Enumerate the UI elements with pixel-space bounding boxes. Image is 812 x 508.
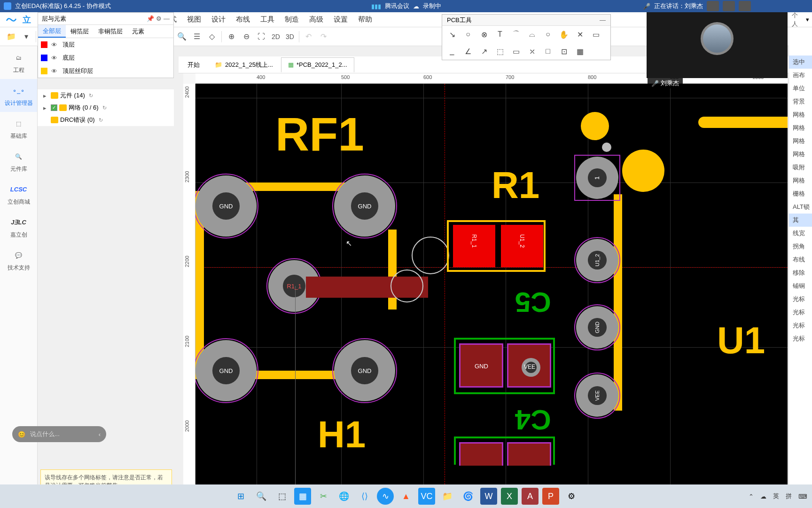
zoom-fit-icon[interactable]: ⛶ (254, 29, 269, 44)
view-2d[interactable]: 2D (269, 33, 283, 40)
minimize-icon[interactable]: — (600, 16, 606, 24)
layer-tab-all[interactable]: 全部层 (38, 25, 66, 38)
via[interactable] (581, 112, 609, 140)
trace[interactable] (614, 194, 622, 411)
right-item[interactable]: 网格 (789, 148, 812, 161)
start-button[interactable]: ⊞ (232, 488, 249, 505)
layer-tab-elements[interactable]: 元素 (127, 25, 149, 38)
sidebar-item-componentlib[interactable]: 🔍 元件库 (0, 145, 37, 178)
menu-view[interactable]: 视图 (187, 15, 201, 24)
pcb-canvas[interactable]: RF1 R1 U1 H1 C5 C4 GND GND GND GND R1_1 (195, 84, 788, 494)
image-tool-icon[interactable]: ▭ (590, 28, 602, 40)
menu-fab[interactable]: 制造 (285, 15, 299, 24)
rect-tool-icon[interactable]: ▭ (510, 45, 522, 57)
pad-gnd1[interactable]: GND (195, 175, 257, 237)
tray-onedrive-icon[interactable]: ☁ (760, 493, 766, 500)
tray-keyboard-icon[interactable]: ⌨ (798, 493, 807, 500)
tab-file2[interactable]: ▦ *PCB_2022_1_2... (281, 57, 354, 72)
ime-lang[interactable]: 英 (773, 492, 779, 500)
app-excel[interactable]: X (501, 488, 518, 505)
app-edge[interactable]: 🌀 (460, 488, 476, 505)
app-word[interactable]: W (480, 488, 497, 505)
right-item[interactable]: 画布 (789, 69, 812, 82)
right-item[interactable]: 铺铜 (789, 279, 812, 293)
video-overlay[interactable]: 🎤 刘乘杰 (647, 12, 788, 78)
app-wps[interactable]: ▦ (294, 488, 311, 505)
eda-logo[interactable] (0, 12, 23, 27)
smd-pad-gnd[interactable]: GND (459, 343, 503, 388)
connect-tool-icon[interactable]: ⤫ (526, 45, 538, 57)
right-item[interactable]: 网格 (789, 108, 812, 121)
board-outline-icon[interactable]: □ (542, 45, 554, 57)
app-eda[interactable]: ∿ (377, 488, 394, 505)
trace[interactable] (245, 183, 348, 191)
folder-icon[interactable]: 📁 (4, 29, 19, 44)
app-meeting[interactable]: VC (418, 488, 435, 505)
menu-settings[interactable]: 设置 (334, 15, 348, 24)
menu-help[interactable]: 帮助 (358, 15, 372, 24)
personal-label[interactable]: 个人 (792, 11, 802, 28)
right-item[interactable]: 线宽 (789, 227, 812, 240)
arc-tool-icon[interactable]: ⌒ (510, 28, 522, 40)
right-item[interactable]: 单位 (789, 82, 812, 95)
silk-c5[interactable]: C5 (515, 286, 551, 318)
arc2-tool-icon[interactable]: ⌓ (526, 28, 538, 40)
angle-tool-icon[interactable]: ∠ (462, 45, 474, 57)
app-ppt[interactable]: P (542, 488, 559, 505)
via-tool-icon[interactable]: ⊗ (478, 28, 490, 40)
dimension-tool-icon[interactable]: ↗ (478, 45, 490, 57)
pan-tool-icon[interactable]: ✋ (558, 28, 570, 40)
app-vscode[interactable]: ⟨⟩ (356, 488, 373, 505)
pad-u1-gnd[interactable]: GND (576, 306, 618, 349)
tree-item-nets[interactable]: ▸ ✓ 网络 (0 / 6) ↻ (38, 102, 174, 114)
chevron-down-icon[interactable]: ▾ (806, 16, 809, 23)
silk-c4[interactable]: C4 (515, 404, 551, 436)
refresh-icon[interactable]: ↻ (99, 117, 103, 123)
menu-tools[interactable]: 工具 (260, 15, 274, 24)
sidebar-item-support[interactable]: 💬 技术支持 (0, 244, 37, 277)
tree-item-drc[interactable]: DRC错误 (0) ↻ (38, 114, 174, 126)
app-chrome[interactable]: 🌐 (336, 488, 352, 505)
refresh-icon[interactable]: ↻ (102, 105, 107, 111)
collab-user-1[interactable] (707, 1, 719, 11)
eye-icon[interactable]: 👁 (51, 55, 59, 62)
pad-u1-2[interactable]: U1_2 (576, 239, 618, 281)
pad-u1-1[interactable]: 1 (576, 157, 618, 199)
chevron-right-icon[interactable]: ▸ (43, 104, 49, 111)
minimize-icon[interactable]: — (164, 15, 170, 22)
pad-gnd3[interactable]: GND (195, 340, 257, 401)
search-icon[interactable]: 🔍 (174, 29, 189, 44)
chat-input[interactable]: 😊 说点什么... ‹ (12, 426, 106, 442)
circle-tool-icon[interactable]: ○ (542, 28, 554, 40)
right-item[interactable]: ALT锁 (789, 200, 812, 214)
app-folder[interactable]: 📁 (439, 488, 456, 505)
eye-icon[interactable]: 👁 (51, 41, 59, 48)
pin-icon[interactable]: 📌 (147, 15, 154, 22)
rect-dashed-icon[interactable]: ⬚ (494, 45, 506, 57)
trace[interactable] (698, 117, 788, 128)
right-item[interactable]: 拐角 (789, 240, 812, 253)
eye-icon[interactable]: 👁 (51, 68, 59, 75)
right-item[interactable]: 其 (789, 214, 812, 227)
zoom-out-icon[interactable]: ⊖ (239, 29, 254, 44)
chevron-right-icon[interactable]: ▸ (43, 92, 49, 99)
silk-u1[interactable]: U1 (717, 319, 765, 362)
sidebar-item-project[interactable]: 🗂 工程 (0, 46, 37, 79)
layer-tab-copper[interactable]: 铜箔层 (66, 25, 94, 38)
layer-item-top[interactable]: 👁 顶层 (38, 38, 173, 51)
tab-file1[interactable]: 📁 2022_1_25线上... (208, 57, 280, 72)
right-item[interactable]: 光标 (789, 293, 812, 306)
chevron-left-icon[interactable]: ‹ (99, 431, 101, 438)
track-tool-icon[interactable]: ↘ (446, 28, 458, 40)
gear-icon[interactable]: ⚙ (156, 15, 162, 22)
sidebar-item-baselib[interactable]: ⬚ 基础库 (0, 112, 37, 145)
ime-mode[interactable]: 拼 (786, 492, 792, 500)
via-small[interactable] (602, 143, 611, 152)
right-item[interactable]: 网格 (789, 135, 812, 148)
pcb-tools-panel[interactable]: PCB工具 — ↘ ○ ⊗ T ⌒ ⌓ ○ ✋ ✕ ▭ ⎯ ∠ ↗ ⬚ ▭ ⤫ … (442, 14, 611, 60)
search-button[interactable]: 🔍 (253, 488, 270, 505)
tray-chevron-icon[interactable]: ⌃ (749, 493, 754, 500)
more-icon[interactable]: ▾ (19, 29, 34, 44)
collab-user-3[interactable] (739, 1, 751, 11)
right-item[interactable]: 网格 (789, 121, 812, 135)
